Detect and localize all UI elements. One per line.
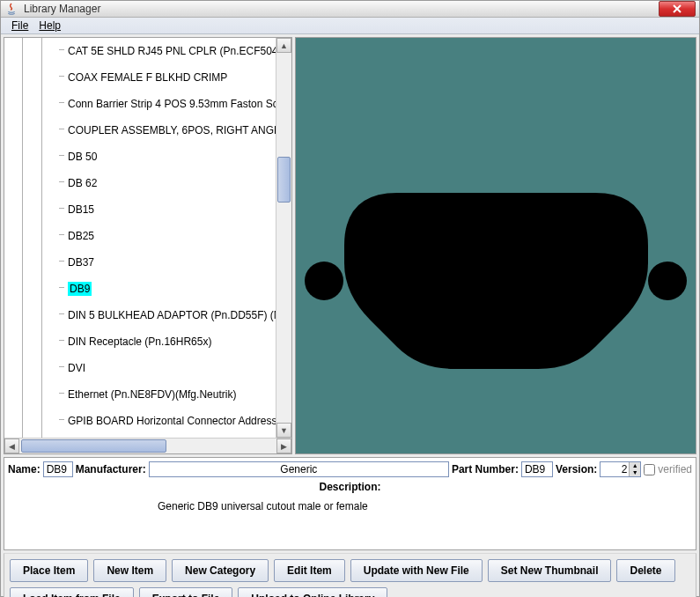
horizontal-scrollbar[interactable]: ◀ ▶ — [4, 438, 291, 453]
library-tree[interactable]: CAT 5E SHLD RJ45 PNL CPLR (Pn.ECF504-SC5… — [4, 38, 276, 438]
version-label: Version: — [556, 463, 597, 475]
tree-item[interactable]: DIN Receptacle (Pn.16HR65x) — [22, 332, 276, 351]
svg-point-1 — [648, 262, 687, 300]
tree-item[interactable]: GPIB BOARD Horizontal Connector Address — [22, 411, 276, 431]
tree-item[interactable]: DB25 — [22, 226, 276, 246]
load-item-from-file-button[interactable]: Load Item from File — [10, 587, 134, 597]
scroll-down-arrow[interactable]: ▼ — [276, 423, 291, 438]
update-with-new-file-button[interactable]: Update with New File — [350, 559, 483, 582]
scroll-up-arrow[interactable]: ▲ — [276, 38, 291, 53]
titlebar: Library Manager — [1, 1, 699, 18]
tree-item[interactable]: Ethernet (Pn.NE8FDV)(Mfg.Neutrik) — [22, 385, 276, 404]
tree-item[interactable]: DB 62 — [22, 173, 276, 193]
verified-label: verified — [658, 463, 692, 475]
menu-help[interactable]: Help — [33, 18, 66, 33]
action-buttons-panel: Place ItemNew ItemNew CategoryEdit ItemU… — [4, 553, 696, 597]
delete-button[interactable]: Delete — [616, 559, 674, 582]
menu-file[interactable]: File — [6, 18, 33, 33]
horizontal-scroll-thumb[interactable] — [21, 439, 166, 453]
version-up[interactable]: ▲ — [629, 462, 640, 469]
manufacturer-field[interactable] — [149, 461, 449, 477]
app-window: Library Manager File Help CAT 5E SHLD RJ… — [0, 0, 700, 597]
export-to-file-button[interactable]: Export to File — [139, 587, 233, 597]
description-label: Description: — [8, 479, 692, 495]
vertical-scroll-thumb[interactable] — [277, 157, 291, 203]
version-spinner[interactable]: ▲ ▼ — [600, 461, 641, 477]
name-field[interactable] — [43, 461, 73, 477]
menubar: File Help — [1, 18, 699, 34]
new-category-button[interactable]: New Category — [172, 559, 269, 582]
window-title: Library Manager — [24, 3, 659, 15]
tree-item[interactable]: DIN 5 BULKHEAD ADAPTOR (Pn.DD55F) (Mfg.S… — [22, 306, 276, 325]
details-form: Name: Manufacturer: Part Number: Version… — [4, 457, 696, 550]
tree-item[interactable]: DB15 — [22, 200, 276, 219]
verified-checkbox[interactable] — [644, 464, 655, 475]
partnum-label: Part Number: — [452, 463, 519, 475]
manufacturer-label: Manufacturer: — [76, 463, 146, 475]
upload-to-online-library-button[interactable]: Upload to Online Library — [238, 587, 387, 597]
tree-item[interactable]: CAT 5E SHLD RJ45 PNL CPLR (Pn.ECF504-SC5… — [22, 41, 276, 61]
db9-connector-icon — [296, 38, 696, 453]
set-new-thumbnail-button[interactable]: Set New Thumbnail — [488, 559, 612, 582]
preview-pane — [295, 37, 696, 454]
place-item-button[interactable]: Place Item — [10, 559, 88, 582]
tree-item[interactable]: DB37 — [22, 253, 276, 272]
edit-item-button[interactable]: Edit Item — [274, 559, 345, 582]
name-label: Name: — [8, 463, 41, 475]
svg-point-0 — [305, 262, 343, 300]
version-down[interactable]: ▼ — [629, 469, 640, 476]
vertical-scrollbar[interactable]: ▲ ▼ — [276, 38, 291, 438]
tree-item[interactable]: Conn Barrier Strip 4 POS 9.53mm Faston S… — [22, 94, 276, 114]
version-value[interactable] — [601, 462, 629, 476]
description-text: Generic DB9 universal cutout male or fem… — [8, 495, 692, 548]
upper-split: CAT 5E SHLD RJ45 PNL CPLR (Pn.ECF504-SC5… — [4, 37, 696, 454]
new-item-button[interactable]: New Item — [93, 559, 166, 582]
close-button[interactable] — [659, 1, 696, 17]
tree-item[interactable]: DVI — [22, 358, 276, 378]
scroll-left-arrow[interactable]: ◀ — [4, 439, 19, 453]
tree-item[interactable]: DB 50 — [22, 147, 276, 166]
tree-panel: CAT 5E SHLD RJ45 PNL CPLR (Pn.ECF504-SC5… — [4, 37, 292, 454]
partnum-field[interactable] — [521, 461, 553, 477]
content-area: CAT 5E SHLD RJ45 PNL CPLR (Pn.ECF504-SC5… — [1, 34, 699, 597]
java-app-icon — [4, 2, 18, 16]
tree-item[interactable]: COAX FEMALE F BLKHD CRIMP — [22, 68, 276, 87]
scroll-right-arrow[interactable]: ▶ — [276, 439, 291, 453]
tree-item[interactable]: COUPLER ASSEMBLY, 6POS, RIGHT ANGLE — [22, 121, 276, 140]
tree-item[interactable]: DB9 — [22, 279, 276, 298]
